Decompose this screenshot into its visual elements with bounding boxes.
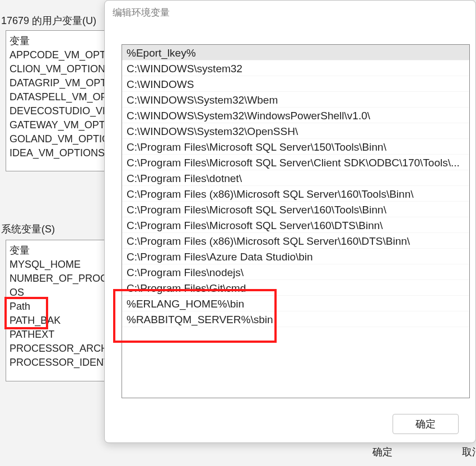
list-item[interactable]: DATAGRIP_VM_OPTIONS xyxy=(10,76,101,90)
path-entry[interactable]: C:\WINDOWS xyxy=(122,76,469,92)
path-entry[interactable]: C:\Program Files\Microsoft SQL Server\15… xyxy=(122,139,469,155)
list-item[interactable]: GATEWAY_VM_OPTIONS xyxy=(10,118,101,132)
path-entry[interactable]: C:\Program Files\Azure Data Studio\bin xyxy=(122,249,469,264)
path-entry[interactable]: C:\WINDOWS\System32\OpenSSH\ xyxy=(122,123,469,139)
list-item[interactable]: PATHEXT xyxy=(10,328,101,342)
path-entry[interactable]: C:\WINDOWS\System32\Wbem xyxy=(122,92,469,108)
path-entry[interactable]: C:\Program Files\Microsoft SQL Server\16… xyxy=(122,202,469,217)
user-vars-column-header: 变量 xyxy=(10,33,101,48)
path-entry[interactable]: %Eport_lkey% xyxy=(122,45,469,60)
path-entry[interactable]: C:\Program Files\Microsoft SQL Server\16… xyxy=(122,217,469,233)
user-variables-listbox[interactable]: 变量 APPCODE_VM_OPTIONS CLION_VM_OPTIONS D… xyxy=(6,30,105,171)
dialog-title: 编辑环境变量 xyxy=(105,1,475,24)
list-item[interactable]: CLION_VM_OPTIONS xyxy=(10,62,101,76)
list-item[interactable]: PATH_BAK xyxy=(10,314,101,328)
path-entry[interactable]: C:\Program Files\nodejs\ xyxy=(122,264,469,280)
path-entry[interactable]: C:\Program Files\dotnet\ xyxy=(122,170,469,186)
path-entry-rabbitmq[interactable]: %RABBITQM_SERVER%\sbin xyxy=(122,311,469,327)
system-variables-listbox[interactable]: 变量 MYSQL_HOME NUMBER_OF_PROCESSORS OS Pa… xyxy=(6,240,105,381)
path-entry[interactable]: C:\Program Files (x86)\Microsoft SQL Ser… xyxy=(122,186,469,202)
list-item[interactable]: GOLAND_VM_OPTIONS xyxy=(10,132,101,146)
list-item[interactable]: PROCESSOR_IDENTIFIER xyxy=(10,356,101,370)
list-item-path[interactable]: Path xyxy=(10,300,101,314)
edit-env-variable-dialog: 编辑环境变量 %Eport_lkey% C:\WINDOWS\system32 … xyxy=(104,0,476,443)
list-item[interactable]: DATASPELL_VM_OPTIONS xyxy=(10,90,101,104)
path-entry-erlang[interactable]: %ERLANG_HOME%\bin xyxy=(122,296,469,311)
list-item[interactable]: NUMBER_OF_PROCESSORS xyxy=(10,272,101,286)
path-entry[interactable]: C:\Program Files (x86)\Microsoft SQL Ser… xyxy=(122,233,469,249)
list-item[interactable]: MYSQL_HOME xyxy=(10,258,101,272)
path-entry[interactable]: C:\WINDOWS\system32 xyxy=(122,60,469,76)
path-entries-listbox[interactable]: %Eport_lkey% C:\WINDOWS\system32 C:\WIND… xyxy=(122,44,470,398)
dialog-ok-button[interactable]: 确定 xyxy=(393,414,459,434)
list-item[interactable]: APPCODE_VM_OPTIONS xyxy=(10,48,101,62)
parent-ok-button[interactable]: 确定 xyxy=(358,445,407,461)
list-item[interactable]: OS xyxy=(10,286,101,300)
list-item[interactable]: IDEA_VM_OPTIONS xyxy=(10,146,101,160)
list-item[interactable]: DEVECOSTUDIO_VM_OPTIONS xyxy=(10,104,101,118)
sys-vars-column-header: 变量 xyxy=(10,243,101,258)
path-entry[interactable]: C:\WINDOWS\System32\WindowsPowerShell\v1… xyxy=(122,108,469,123)
path-entry[interactable]: C:\Program Files\Git\cmd xyxy=(122,280,469,296)
list-item[interactable]: PROCESSOR_ARCHITECTURE xyxy=(10,342,101,356)
user-variables-group-label: 17679 的用户变量(U) xyxy=(1,14,96,27)
parent-cancel-button[interactable]: 取消 xyxy=(448,445,476,461)
path-entry[interactable]: C:\Program Files\Microsoft SQL Server\Cl… xyxy=(122,155,469,170)
system-variables-group-label: 系统变量(S) xyxy=(1,222,55,236)
